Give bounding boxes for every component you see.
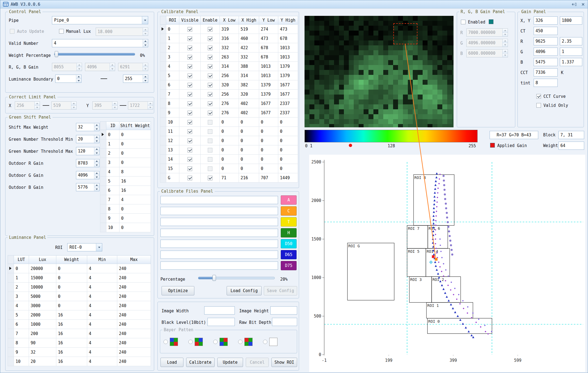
table-row[interactable]: 100 xyxy=(100,223,151,232)
cell[interactable]: 0 xyxy=(119,130,151,139)
manual-lux-checkbox[interactable] xyxy=(59,29,64,34)
cell[interactable]: 16 xyxy=(56,310,87,320)
spin-down-icon[interactable] xyxy=(503,43,508,47)
row-selector[interactable] xyxy=(100,186,106,195)
table-row[interactable]: 02000004240 xyxy=(8,264,151,273)
row-selector[interactable] xyxy=(160,52,166,62)
cell[interactable]: 1379 xyxy=(259,80,278,90)
dock-icon[interactable] xyxy=(572,2,577,6)
cell[interactable]: 12 xyxy=(166,136,179,145)
cell[interactable]: 4 xyxy=(166,62,179,71)
cell[interactable]: 1 xyxy=(14,273,29,283)
cell[interactable]: 8 xyxy=(119,167,151,177)
cell[interactable]: 3 xyxy=(166,52,179,62)
manual-b-gain-input[interactable]: 6000.000000 xyxy=(466,49,508,57)
cell[interactable]: 0 xyxy=(278,127,298,136)
cell[interactable]: 0 xyxy=(259,155,278,164)
cell[interactable]: 5 xyxy=(106,177,119,186)
r-gain-input[interactable]: 8055 xyxy=(52,63,82,71)
visible-checkbox[interactable] xyxy=(188,101,192,106)
cell[interactable]: 16 xyxy=(56,329,87,338)
calibrate-file-input[interactable] xyxy=(160,262,278,270)
dropdown-arrow-icon[interactable] xyxy=(142,16,148,24)
cell[interactable]: 2 xyxy=(14,283,29,292)
cell[interactable]: 240 xyxy=(117,264,151,273)
roi-select[interactable]: ROI-0 xyxy=(67,243,102,251)
enable-checkbox[interactable] xyxy=(208,92,212,97)
table-row[interactable]: 932164240 xyxy=(8,348,151,357)
column-header[interactable]: LUT xyxy=(14,255,29,264)
raw-bit-depth-input[interactable] xyxy=(272,318,297,326)
row-selector[interactable] xyxy=(8,329,14,338)
dropdown-arrow-icon[interactable] xyxy=(96,243,102,251)
calibrate-file-input[interactable] xyxy=(160,207,278,215)
spin-up-icon[interactable] xyxy=(94,147,99,151)
cell[interactable]: 14 xyxy=(166,155,179,164)
cell[interactable]: 0 xyxy=(259,118,278,127)
pipe-select[interactable]: Pipe_0 xyxy=(52,16,148,24)
row-selector[interactable] xyxy=(8,264,14,273)
cell[interactable]: 0 xyxy=(119,214,151,223)
spin-down-icon[interactable] xyxy=(503,53,508,57)
cell[interactable]: 320 xyxy=(239,90,259,99)
cell[interactable]: 0 xyxy=(56,283,87,292)
cell[interactable]: 707 xyxy=(259,173,278,183)
enable-checkbox[interactable] xyxy=(208,74,212,78)
cell[interactable]: 0 xyxy=(106,130,119,139)
cell[interactable]: 16 xyxy=(56,357,87,366)
table-row[interactable]: 1316460473678 xyxy=(160,34,298,43)
table-row[interactable]: 150000 xyxy=(160,164,298,173)
bayer-option-2[interactable] xyxy=(213,338,228,346)
slider-handle[interactable] xyxy=(55,51,58,57)
table-row[interactable]: 74 xyxy=(100,195,151,204)
image-preview-canvas[interactable] xyxy=(305,16,454,127)
spin-down-icon[interactable] xyxy=(503,33,508,37)
bayer-option-0[interactable] xyxy=(163,338,178,346)
outdoor-r-gain-input[interactable]: 8703 xyxy=(76,159,100,167)
visible-checkbox[interactable] xyxy=(188,120,192,125)
visible-checkbox[interactable] xyxy=(188,176,192,180)
cell[interactable]: 0 xyxy=(278,136,298,145)
selected-roi-box[interactable] xyxy=(393,23,417,44)
cell[interactable]: 4 xyxy=(87,283,117,292)
x-min-input[interactable]: 256 xyxy=(15,101,40,110)
load-config-button[interactable]: Load Config xyxy=(227,286,262,295)
cell[interactable]: 9 xyxy=(14,348,29,357)
spin-down-icon[interactable] xyxy=(35,105,40,110)
percentage-slider[interactable] xyxy=(198,274,275,281)
cell[interactable]: 90 xyxy=(29,338,56,348)
spin-down-icon[interactable] xyxy=(94,127,99,131)
cell[interactable]: 0 xyxy=(56,301,87,310)
table-row[interactable]: 632038213791677 xyxy=(160,80,298,90)
row-selector[interactable] xyxy=(100,167,106,177)
row-selector[interactable] xyxy=(8,348,14,357)
column-header[interactable]: Y Low xyxy=(259,16,278,25)
cell[interactable]: 240 xyxy=(117,283,151,292)
cell[interactable]: 256 xyxy=(220,90,239,99)
bayer-option-1[interactable] xyxy=(188,338,203,346)
cell[interactable]: 1677 xyxy=(259,99,278,108)
row-selector[interactable] xyxy=(8,320,14,329)
column-header[interactable]: Shift Weight xyxy=(119,122,151,130)
green-threshold-min-input[interactable]: 20 xyxy=(76,135,100,143)
image-width-input[interactable] xyxy=(204,306,235,315)
cell[interactable]: 20000 xyxy=(29,264,56,273)
cell[interactable]: 16 xyxy=(119,186,151,195)
cell[interactable]: 256 xyxy=(220,71,239,80)
cell[interactable]: 0 xyxy=(119,139,151,149)
table-row[interactable]: 431438810131379 xyxy=(160,62,298,71)
b-gain-input[interactable]: 6291 xyxy=(118,63,148,71)
row-selector[interactable] xyxy=(8,301,14,310)
visible-checkbox[interactable] xyxy=(188,166,192,171)
cell[interactable]: 263 xyxy=(220,52,239,62)
table-row[interactable]: 61000164240 xyxy=(8,320,151,329)
load-button[interactable]: Load xyxy=(160,358,183,367)
table-row[interactable]: 516 xyxy=(100,177,151,186)
spin-down-icon[interactable] xyxy=(143,67,148,71)
table-row[interactable]: 525631410131379 xyxy=(160,71,298,80)
spin-down-icon[interactable] xyxy=(110,67,115,71)
cell[interactable]: 0 xyxy=(220,127,239,136)
cct-curve-checkbox[interactable] xyxy=(536,94,541,99)
column-header[interactable]: ID xyxy=(106,122,119,130)
cell[interactable]: 0 xyxy=(119,149,151,158)
